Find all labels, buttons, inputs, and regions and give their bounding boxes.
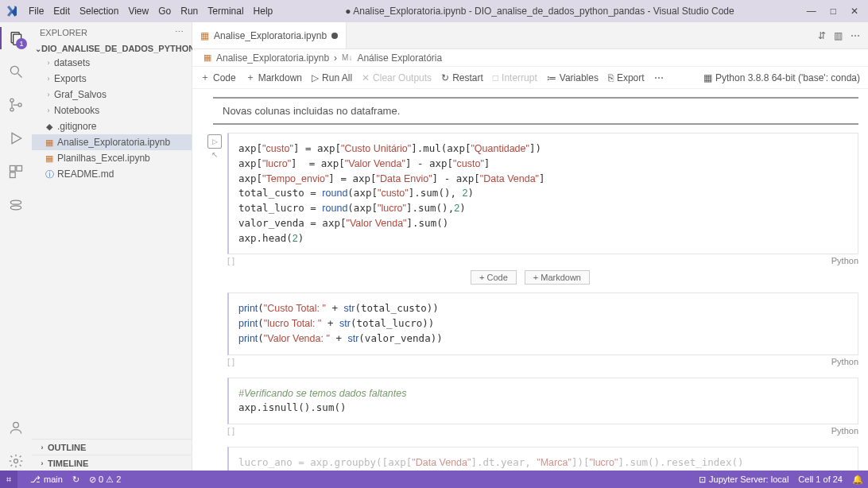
svg-point-12 (10, 206, 21, 210)
cell-add-bar: + Code + Markdown (192, 270, 868, 285)
notebook-toolbar: ＋Code ＋Markdown ▷Run All ✕Clear Outputs … (192, 67, 868, 89)
code-cell[interactable]: print("Custo Total: " + str(total_custo)… (203, 292, 858, 366)
cell-language[interactable]: Python (831, 357, 858, 366)
code-editor[interactable]: axp["custo"] = axp["Custo Unitário"].mul… (227, 133, 858, 254)
menu-terminal[interactable]: Terminal (203, 6, 248, 17)
cell-position[interactable]: Cell 1 of 24 (798, 474, 843, 484)
editor: ▦ Analise_Exploratoria.ipynb ⇵ ▥ ⋯ ▦ Ana… (192, 22, 868, 471)
close-icon[interactable]: ✕ (851, 6, 858, 17)
menu-file[interactable]: File (24, 6, 48, 17)
menu-run[interactable]: Run (176, 6, 203, 17)
jupyter-icon[interactable] (6, 196, 25, 215)
restart-button[interactable]: ↻Restart (441, 72, 483, 83)
settings-gear-icon[interactable] (6, 451, 25, 471)
execution-count: [ ] (227, 426, 234, 436)
code-cell[interactable]: #Verificando se temos dados faltantes ax… (203, 378, 858, 436)
vscode-logo-icon (5, 4, 19, 18)
kernel-label: Python 3.8.8 64-bit ('base': conda) (715, 72, 860, 83)
breadcrumb[interactable]: ▦ Analise_Exploratoria.ipynb › M↓ Anális… (192, 49, 868, 67)
menu-edit[interactable]: Edit (48, 6, 75, 17)
notebook-content[interactable]: Novas colunas incluidas no dataframe. ▷ … (192, 89, 868, 471)
svg-point-2 (10, 66, 18, 74)
label: Markdown (258, 72, 302, 83)
add-markdown-button[interactable]: ＋Markdown (246, 71, 302, 84)
git-branch[interactable]: ⎇ main (30, 474, 63, 485)
timeline-section[interactable]: ›TIMELINE (32, 455, 192, 471)
tab-active[interactable]: ▦ Analise_Exploratoria.ipynb (192, 22, 347, 48)
tree-folder[interactable]: ›Graf_Salvos (32, 87, 192, 103)
menu-view[interactable]: View (123, 6, 153, 17)
tree-file[interactable]: ◆.gitignore (32, 118, 192, 134)
outline-section[interactable]: ›OUTLINE (32, 439, 192, 455)
menu-help[interactable]: Help (249, 6, 278, 17)
svg-point-13 (14, 422, 19, 428)
tree-file[interactable]: ▦Analise_Exploratoria.ipynb (32, 134, 192, 150)
explorer-icon[interactable]: 1 (6, 29, 25, 48)
code-cell[interactable]: lucro_ano = axp.groupby([axp["Data Venda… (203, 447, 858, 471)
tab-label: Analise_Exploratoria.ipynb (214, 30, 327, 41)
extensions-icon[interactable] (6, 162, 25, 181)
label: Variables (560, 72, 599, 83)
maximize-icon[interactable]: □ (831, 6, 836, 17)
notebook-icon: ▦ (43, 137, 56, 148)
menu-go[interactable]: Go (153, 6, 176, 17)
info-icon: ⓘ (43, 168, 56, 180)
code-editor[interactable]: print("Custo Total: " + str(total_custo)… (227, 292, 858, 354)
debug-icon[interactable] (6, 129, 25, 148)
code-editor[interactable]: #Verificando se temos dados faltantes ax… (227, 378, 858, 425)
source-control-icon[interactable] (6, 95, 25, 114)
more-icon[interactable]: ⋯ (851, 30, 860, 41)
export-button[interactable]: ⎘Export (608, 72, 645, 83)
add-markdown-inline-button[interactable]: + Markdown (525, 270, 590, 285)
search-icon[interactable] (6, 62, 25, 81)
more-icon[interactable]: ⋯ (654, 72, 664, 83)
minimize-icon[interactable]: — (807, 6, 816, 17)
clear-outputs-button[interactable]: ✕Clear Outputs (362, 72, 432, 83)
remote-icon[interactable]: ⌗ (0, 471, 17, 488)
tree-file[interactable]: ⓘREADME.md (32, 166, 192, 182)
cell-language[interactable]: Python (831, 256, 858, 265)
cell-language[interactable]: Python (831, 426, 858, 436)
svg-point-6 (18, 103, 21, 107)
label: Export (617, 72, 645, 83)
branch-label: main (44, 474, 63, 484)
tree-label: .gitignore (57, 121, 96, 132)
interrupt-button[interactable]: □Interrupt (493, 72, 537, 83)
layout-icon[interactable]: ▥ (834, 30, 843, 41)
dirty-indicator-icon (331, 33, 338, 39)
markdown-cell[interactable]: Novas colunas incluidas no dataframe. (213, 97, 858, 125)
gitignore-icon: ◆ (43, 122, 56, 132)
tree-folder[interactable]: ›datasets (32, 55, 192, 71)
code-editor[interactable]: lucro_ano = axp.groupby([axp["Data Venda… (227, 447, 858, 471)
svg-marker-7 (12, 133, 21, 143)
notebook-icon: ▦ (203, 52, 211, 63)
sidebar-more-icon[interactable]: ⋯ (175, 27, 184, 37)
add-code-button[interactable]: ＋Code (200, 71, 236, 84)
run-all-button[interactable]: ▷Run All (312, 72, 352, 83)
sidebar-folder-section[interactable]: ⌄ DIO_ANALISE_DE_DADOS_PYTHON_PANDAS (32, 42, 192, 55)
svg-point-11 (10, 200, 21, 204)
kernel-selector[interactable]: ▦Python 3.8.8 64-bit ('base': conda) (703, 72, 860, 83)
diff-icon[interactable]: ⇵ (818, 30, 826, 41)
svg-point-5 (10, 108, 14, 111)
jupyter-server[interactable]: ⊡ Jupyter Server: local (699, 474, 789, 485)
tree-folder[interactable]: ›Exports (32, 71, 192, 87)
run-cell-button[interactable]: ▷ (207, 134, 222, 149)
tree-folder[interactable]: ›Notebooks (32, 103, 192, 118)
variables-button[interactable]: ≔Variables (547, 72, 599, 83)
outline-label: OUTLINE (48, 443, 86, 452)
code-cell[interactable]: ▷ ↖ axp["custo"] = axp["Custo Unitário"]… (203, 133, 858, 265)
label: Run All (322, 72, 352, 83)
account-icon[interactable] (6, 418, 25, 437)
window-title: ● Analise_Exploratoria.ipynb - DIO_anali… (277, 6, 801, 17)
menu-selection[interactable]: Selection (75, 6, 123, 17)
add-code-inline-button[interactable]: + Code (471, 270, 517, 285)
label: Interrupt (502, 72, 537, 83)
jupyter-label: Jupyter Server: local (709, 474, 789, 484)
sidebar: EXPLORER ⋯ ⌄ DIO_ANALISE_DE_DADOS_PYTHON… (32, 22, 192, 471)
tree-file[interactable]: ▦Planilhas_Excel.ipynb (32, 150, 192, 166)
notifications-icon[interactable]: 🔔 (852, 474, 863, 485)
git-sync[interactable]: ↻ (72, 474, 79, 485)
problems[interactable]: ⊘ 0 ⚠ 2 (89, 474, 121, 485)
svg-rect-10 (10, 172, 16, 178)
